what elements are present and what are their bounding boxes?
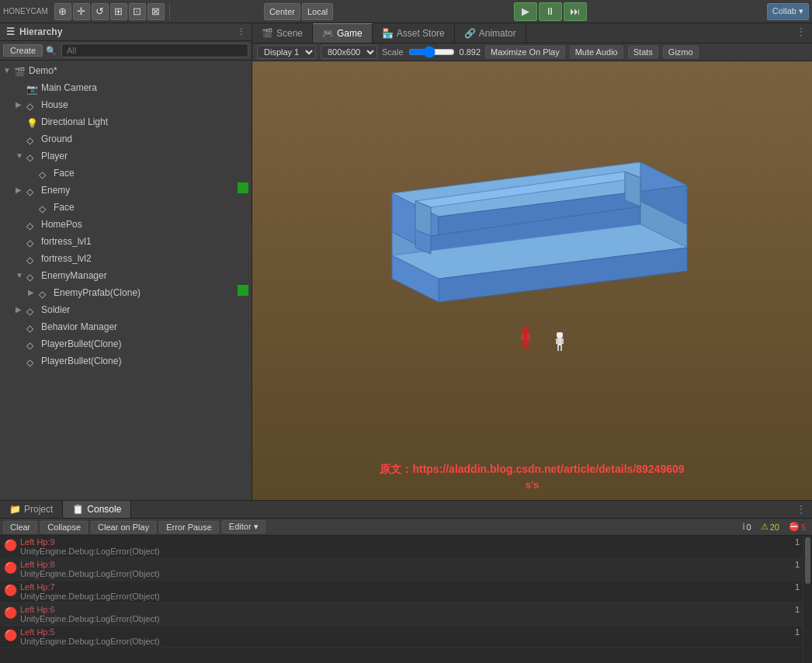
log-entry[interactable]: 🔴 Left Hp:5 UnityEngine.Debug:LogError(O…	[0, 626, 803, 648]
item-name: Demo*	[29, 63, 248, 78]
svg-rect-14	[522, 327, 529, 333]
item-icon: ◇	[26, 235, 39, 248]
hierarchy-item-homepos[interactable]: ◇HomePos	[0, 216, 252, 233]
item-icon: 🎬	[14, 64, 26, 77]
scale-value: 0.892	[460, 47, 481, 57]
hierarchy-item-face2[interactable]: ◇Face	[0, 199, 252, 216]
clear-on-play-button[interactable]: Clear on Play	[91, 521, 156, 533]
stats-button[interactable]: Stats	[628, 46, 658, 58]
log-title: Left Hp:6	[20, 605, 784, 614]
play-button[interactable]: ▶	[514, 2, 537, 21]
hierarchy-item-ground[interactable]: ◇Ground	[0, 130, 252, 148]
step-button[interactable]: ⏭	[564, 2, 587, 21]
scene-icon: 🎬	[262, 28, 273, 39]
hierarchy-item-enemy[interactable]: ▶◇Enemy	[0, 182, 252, 199]
console-log-container: 🔴 Left Hp:9 UnityEngine.Debug:LogError(O…	[0, 536, 812, 663]
hierarchy-item-fortress2[interactable]: ◇fortress_lvl2	[0, 250, 252, 267]
arrow-icon: ▼	[16, 268, 26, 283]
arrow-icon: ▼	[3, 63, 14, 78]
hierarchy-item-enemy-manager[interactable]: ▼◇EnemyManager	[0, 267, 252, 284]
collapse-button[interactable]: Collapse	[40, 521, 88, 533]
svg-rect-25	[560, 345, 562, 351]
hierarchy-item-enemy-prefab[interactable]: ▶◇EnemyPrafab(Clone)	[0, 284, 252, 301]
item-name: Face	[54, 200, 248, 215]
item-icon: ◇	[26, 252, 39, 265]
tab-game[interactable]: 🎮 Game	[313, 23, 373, 43]
item-name: Player	[41, 148, 248, 164]
center-button[interactable]: Center	[264, 3, 300, 20]
game-toolbar: Display 1 800x600 Scale 0.892 Maximize O…	[252, 43, 812, 61]
hierarchy-item-house[interactable]: ▶◇House	[0, 96, 252, 113]
log-count: 1	[784, 560, 800, 569]
hierarchy-item-main-camera[interactable]: 📷Main Camera	[0, 79, 252, 96]
log-entry[interactable]: 🔴 Left Hp:6 UnityEngine.Debug:LogError(O…	[0, 603, 803, 626]
local-button[interactable]: Local	[302, 3, 333, 20]
item-icon: ◇	[26, 133, 39, 145]
pause-button[interactable]: ⏸	[539, 2, 562, 21]
hierarchy-header: ☰ Hierarchy ⋮	[0, 23, 252, 41]
create-button[interactable]: Create	[3, 44, 43, 57]
log-sub: UnityEngine.Debug:LogError(Object)	[20, 614, 784, 623]
editor-button[interactable]: Editor ▾	[222, 520, 265, 533]
tool-scale[interactable]: ↺	[92, 3, 109, 20]
hierarchy-item-face[interactable]: ◇Face	[0, 165, 252, 182]
clear-button[interactable]: Clear	[3, 521, 37, 533]
log-entry[interactable]: 🔴 Left Hp:7 UnityEngine.Debug:LogError(O…	[0, 581, 803, 603]
tool-custom[interactable]: ⊠	[147, 3, 165, 20]
tab-project[interactable]: 📁 Project	[0, 501, 63, 518]
search-input[interactable]	[61, 43, 248, 57]
log-title: Left Hp:9	[20, 537, 784, 547]
hierarchy-item-soldier[interactable]: ▶◇Soldier	[0, 301, 252, 318]
item-name: EnemyManager	[41, 268, 248, 283]
hierarchy-panel: ☰ Hierarchy ⋮ Create 🔍 ▼🎬Demo*📷Main Came…	[0, 23, 252, 500]
maximize-button[interactable]: Maximize On Play	[485, 46, 565, 58]
tool-rotate[interactable]: ✛	[73, 3, 90, 20]
scrollbar-thumb[interactable]	[805, 537, 810, 584]
log-sub: UnityEngine.Debug:LogError(Object)	[20, 569, 784, 578]
error-icon: ⛔	[789, 522, 800, 532]
log-error-icon: 🔴	[3, 583, 17, 597]
tab-options[interactable]: ⋮	[790, 23, 812, 43]
error-pause-button[interactable]: Error Pause	[159, 521, 219, 533]
item-icon: 💡	[26, 116, 39, 128]
info-count: 0	[747, 522, 751, 532]
mute-button[interactable]: Mute Audio	[570, 46, 623, 58]
log-entry[interactable]: 🔴 Left Hp:9 UnityEngine.Debug:LogError(O…	[0, 536, 803, 558]
log-count: 1	[784, 627, 800, 637]
bottom-panel-options[interactable]: ⋮	[790, 501, 812, 518]
item-name: fortress_lvl2	[41, 251, 248, 266]
log-error-icon: 🔴	[3, 561, 17, 574]
item-name: EnemyPrafab(Clone)	[54, 285, 238, 300]
hierarchy-item-behavior-manager[interactable]: ◇Behavior Manager	[0, 318, 252, 335]
log-title: Left Hp:8	[20, 560, 784, 569]
console-toolbar: Clear Collapse Clear on Play Error Pause…	[0, 519, 812, 536]
hierarchy-item-fortress1[interactable]: ◇fortress_lvl1	[0, 233, 252, 250]
hierarchy-item-directional-light[interactable]: 💡Directional Light	[0, 113, 252, 130]
display-select[interactable]: Display 1	[257, 45, 316, 59]
gizmo-button[interactable]: Gizmo	[663, 46, 699, 58]
tool-rect[interactable]: ⊞	[110, 3, 127, 20]
log-entry[interactable]: 🔴 Left Hp:8 UnityEngine.Debug:LogError(O…	[0, 558, 803, 581]
game-view: 原文：https://aladdin.blog.csdn.net/article…	[252, 61, 812, 500]
hierarchy-item-demo[interactable]: ▼🎬Demo*	[0, 62, 252, 79]
resolution-select[interactable]: 800x600	[321, 45, 377, 59]
tab-animator[interactable]: 🔗 Animator	[455, 23, 526, 43]
collab-button[interactable]: Collab ▾	[767, 3, 809, 20]
console-scrollbar[interactable]	[803, 536, 812, 663]
scale-slider[interactable]	[408, 46, 455, 58]
item-icon: ◇	[26, 338, 39, 350]
watermark2: s's	[526, 479, 540, 491]
hierarchy-item-player[interactable]: ▼◇Player	[0, 148, 252, 165]
tool-move[interactable]: ⊕	[54, 3, 71, 20]
item-icon: ◇	[26, 355, 39, 367]
item-name: PlayerBullet(Clone)	[41, 353, 248, 369]
log-sub: UnityEngine.Debug:LogError(Object)	[20, 547, 784, 556]
tab-asset-store[interactable]: 🏪 Asset Store	[373, 23, 455, 43]
tab-console[interactable]: 📋 Console	[63, 501, 131, 518]
tool-transform[interactable]: ⊡	[129, 3, 146, 20]
hierarchy-options[interactable]: ⋮	[237, 27, 245, 37]
hierarchy-item-player-bullet1[interactable]: ◇PlayerBullet(Clone)	[0, 335, 252, 352]
tab-scene[interactable]: 🎬 Scene	[252, 23, 313, 43]
hierarchy-icon: ☰	[6, 26, 15, 37]
hierarchy-item-player-bullet2[interactable]: ◇PlayerBullet(Clone)	[0, 352, 252, 370]
